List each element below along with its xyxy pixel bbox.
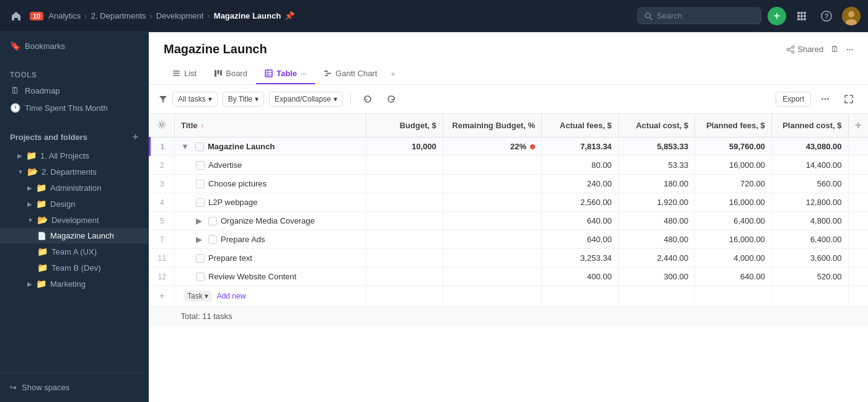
task-checkbox[interactable] [196, 254, 205, 263]
th-budget[interactable]: Budget, $ [366, 114, 443, 138]
task-name: Advertise [181, 160, 360, 170]
svg-text:?: ? [825, 12, 829, 20]
sidebar-item-development[interactable]: ▼ 📂 Development [0, 212, 148, 228]
tab-table-more[interactable]: ··· [301, 70, 306, 77]
expand-btn[interactable]: ▶ [196, 216, 202, 225]
redo-icon[interactable] [382, 90, 401, 108]
home-icon[interactable] [7, 7, 25, 25]
sidebar-item-roadmap[interactable]: 🗓 Roadmap [0, 82, 148, 99]
add-project-icon[interactable]: + [133, 131, 138, 142]
th-settings[interactable] [150, 114, 175, 138]
breadcrumb-analytics[interactable]: Analytics [48, 11, 81, 20]
mail-badge[interactable]: 10 [30, 12, 43, 20]
task-checkbox[interactable] [208, 235, 217, 244]
tab-gantt[interactable]: Gantt Chart [315, 64, 386, 84]
task-checkbox[interactable] [196, 273, 205, 281]
tab-add-button[interactable]: + [386, 64, 401, 84]
help-icon[interactable]: ? [817, 7, 836, 25]
budget-cell [366, 249, 443, 268]
svg-line-20 [789, 50, 792, 51]
export-button[interactable]: Export [776, 92, 811, 107]
sidebar-item-magazine-launch[interactable]: 📄 Magazine Launch [0, 228, 148, 243]
actual-cost-cell: 180.00 [618, 175, 695, 193]
add-new-link[interactable]: Add new [217, 292, 246, 300]
row-actions-cell [848, 156, 868, 175]
sidebar-item-team-a[interactable]: 📁 Team A (UX) [0, 243, 148, 260]
undo-icon[interactable] [358, 90, 377, 108]
sidebar-item-marketing[interactable]: ▶ 📁 Marketing [0, 276, 148, 292]
task-checkbox[interactable] [195, 142, 204, 151]
grid-icon[interactable] [792, 7, 811, 25]
doc-magazine-icon: 📄 [37, 232, 46, 240]
actual-fees-cell: 240.00 [541, 175, 618, 193]
sidebar-item-bookmarks[interactable]: 🔖 Bookmarks [0, 37, 148, 55]
th-title[interactable]: Title ↑ [175, 114, 366, 138]
sidebar-item-time-spent[interactable]: 🕐 Time Spent This Month [0, 99, 148, 116]
tab-board[interactable]: Board [205, 64, 256, 84]
svg-rect-32 [326, 73, 331, 74]
breadcrumb-development[interactable]: Development [156, 11, 204, 20]
add-row-icon-cell[interactable]: + [150, 286, 175, 307]
show-spaces-icon: ↪ [10, 383, 17, 392]
th-actual-cost[interactable]: Actual cost, $ [618, 114, 695, 138]
breadcrumb-sep-1: › [84, 11, 87, 20]
add-button[interactable]: + [768, 7, 786, 25]
folder-team-b-icon: 📁 [37, 263, 48, 273]
projects-section-header[interactable]: Projects and folders + [0, 126, 148, 147]
expand-btn[interactable]: ▼ [181, 142, 189, 151]
task-type-selector[interactable]: Task ▾ [184, 291, 212, 302]
more-options-icon[interactable]: ··· [846, 45, 853, 54]
task-checkbox[interactable] [196, 198, 205, 207]
footer-total: Total: 11 tasks [175, 307, 366, 326]
sidebar-item-design[interactable]: ▶ 📁 Design [0, 196, 148, 212]
by-title-sort[interactable]: By Title ▾ [223, 92, 264, 107]
pin-icon[interactable]: 📌 [285, 11, 294, 20]
folder-development-icon: 📂 [37, 215, 48, 225]
svg-rect-23 [173, 75, 180, 76]
expand-collapse-btn[interactable]: Expand/Collapse ▾ [269, 92, 343, 107]
planned-cost-cell: 6,400.00 [771, 230, 848, 249]
svg-rect-10 [804, 18, 806, 20]
sidebar-bottom: ↪ Show spaces [0, 372, 148, 402]
chevron-down-icon2: ▾ [255, 95, 259, 103]
show-spaces-btn[interactable]: ↪ Show spaces [0, 378, 148, 397]
sidebar-item-team-b[interactable]: 📁 Team B (Dev) [0, 260, 148, 276]
toolbar-more-icon[interactable]: ··· [816, 90, 835, 108]
th-actual-fees[interactable]: Actual fees, $ [541, 114, 618, 138]
svg-rect-8 [797, 18, 800, 20]
search-box[interactable]: Search [637, 7, 761, 24]
folder-design-icon: 📁 [36, 199, 46, 209]
fullscreen-icon[interactable] [839, 90, 858, 108]
th-add-col[interactable]: + [848, 114, 868, 138]
svg-rect-6 [800, 15, 803, 17]
actual-cost-cell: 1,920.00 [618, 193, 695, 212]
footer-empty-4 [541, 307, 618, 326]
svg-rect-4 [804, 12, 806, 14]
th-planned-cost[interactable]: Planned cost, $ [771, 114, 848, 138]
task-checkbox[interactable] [196, 161, 205, 170]
breadcrumb-departments[interactable]: 2. Departments [91, 11, 146, 20]
th-planned-fees[interactable]: Planned fees, $ [695, 114, 772, 138]
all-tasks-filter[interactable]: All tasks ▾ [172, 92, 218, 107]
footer-empty-7 [771, 307, 848, 326]
avatar[interactable] [842, 7, 861, 25]
breadcrumb-magazine[interactable]: Magazine Launch [214, 11, 281, 20]
task-checkbox[interactable] [208, 217, 217, 225]
shared-button[interactable]: Shared [786, 45, 823, 54]
table-row: 7 ▶ Prepare Ads 640.00 480.00 16, [150, 230, 869, 249]
sidebar-item-administration[interactable]: ▶ 📁 Administration [0, 180, 148, 196]
task-checkbox[interactable] [196, 180, 205, 188]
th-remaining[interactable]: Remaining Budget, % [443, 114, 541, 138]
add-empty-1 [366, 286, 443, 307]
sidebar-item-departments[interactable]: ▼ 📂 2. Departments [0, 164, 148, 180]
svg-line-19 [789, 48, 792, 49]
tab-table[interactable]: Table ··· [256, 64, 315, 84]
budget-cell: 10,000 [366, 138, 443, 156]
chevron-development: ▼ [27, 217, 33, 224]
tab-list[interactable]: List [164, 64, 205, 84]
calendar-icon[interactable]: 🗓 [831, 45, 839, 54]
add-column-icon[interactable]: + [855, 119, 862, 131]
sidebar-item-all-projects[interactable]: ▶ 📁 1. All Projects [0, 147, 148, 164]
planned-cost-cell: 14,400.00 [771, 156, 848, 175]
expand-btn[interactable]: ▶ [196, 235, 202, 244]
